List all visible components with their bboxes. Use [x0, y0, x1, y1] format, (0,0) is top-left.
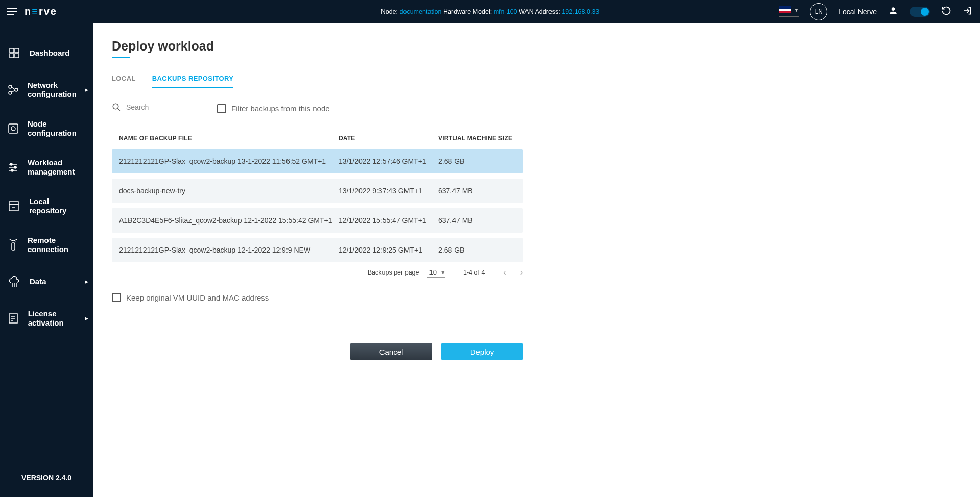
sidebar-item-label: Dashboard: [30, 48, 69, 58]
tab-backups-repository[interactable]: BACKUPS REPOSITORY: [152, 74, 234, 88]
theme-toggle[interactable]: [910, 7, 930, 17]
search-input[interactable]: [126, 103, 203, 111]
brand-logo: n≡rve: [25, 6, 57, 17]
filter-node-checkbox[interactable]: Filter backups from this node: [217, 104, 330, 113]
search-icon: [112, 103, 121, 112]
sidebar-item-license[interactable]: License activation ▶: [0, 299, 93, 338]
checkbox-label: Filter backups from this node: [231, 104, 330, 113]
cell-date: 12/1/2022 15:55:47 GMT+1: [339, 216, 438, 225]
cell-size: 2.68 GB: [438, 157, 530, 165]
svg-point-28: [113, 104, 118, 109]
svg-line-7: [12, 87, 15, 89]
cell-size: 637.47 MB: [438, 216, 530, 225]
sliders-icon: [7, 160, 19, 175]
cell-size: 637.47 MB: [438, 187, 530, 195]
svg-rect-20: [12, 243, 15, 250]
deploy-button[interactable]: Deploy: [441, 343, 523, 360]
menu-toggle-icon[interactable]: [7, 8, 17, 15]
table-row[interactable]: docs-backup-new-try13/1/2022 9:37:43 GMT…: [112, 179, 523, 203]
table-row[interactable]: A1B2C3D4E5F6-Slitaz_qcow2-backup 12-1-20…: [112, 208, 523, 233]
col-name: NAME OF BACKUP FILE: [119, 135, 339, 142]
checkbox-box: [217, 104, 226, 113]
page-range: 1-4 of 4: [463, 269, 485, 276]
tab-local[interactable]: LOCAL: [112, 74, 136, 88]
sidebar-item-label: Local repository: [29, 197, 86, 215]
sidebar-item-local-repo[interactable]: Local repository: [0, 187, 93, 226]
svg-line-8: [12, 90, 15, 92]
main-content: Deploy workload LOCAL BACKUPS REPOSITORY…: [93, 23, 980, 497]
cell-name: A1B2C3D4E5F6-Slitaz_qcow2-backup 12-1-20…: [119, 216, 339, 225]
license-icon: [7, 311, 20, 326]
archive-icon: [7, 199, 21, 213]
sidebar-item-label: Remote connection: [28, 236, 86, 254]
per-page-select[interactable]: 10: [427, 267, 444, 278]
reboot-icon[interactable]: [941, 6, 951, 17]
col-date: DATE: [339, 135, 438, 142]
user-icon[interactable]: [888, 6, 898, 17]
node-info: Node: documentation Hardware Model: mfn-…: [381, 8, 600, 15]
search-input-wrap: [112, 103, 203, 114]
chevron-right-icon: ▶: [85, 316, 88, 321]
svg-rect-1: [15, 48, 19, 53]
sidebar-item-data[interactable]: Data ▶: [0, 264, 93, 299]
dashboard-icon: [7, 46, 21, 60]
cell-date: 13/1/2022 9:37:43 GMT+1: [339, 187, 438, 195]
cloud-data-icon: [7, 275, 21, 289]
sidebar-item-label: Network configuration: [28, 81, 86, 99]
topbar: n≡rve Node: documentation Hardware Model…: [0, 0, 980, 23]
per-page-label: Backups per page: [368, 269, 419, 276]
cancel-button[interactable]: Cancel: [350, 343, 432, 360]
sidebar-item-network[interactable]: Network configuration ▶: [0, 70, 93, 109]
backups-table: NAME OF BACKUP FILE DATE VIRTUAL MACHINE…: [112, 135, 523, 262]
col-size: VIRTUAL MACHINE SIZE: [438, 135, 530, 142]
language-selector[interactable]: ▼: [779, 6, 799, 17]
title-underline: [112, 57, 130, 58]
sidebar-item-workload[interactable]: Workload management: [0, 148, 93, 187]
network-icon: [7, 83, 19, 97]
cell-date: 13/1/2022 12:57:46 GMT+1: [339, 157, 438, 165]
sidebar-item-label: Data: [30, 277, 46, 286]
svg-point-14: [10, 163, 12, 165]
pagination: Backups per page 10 1-4 of 4 ‹ ›: [112, 267, 523, 278]
user-badge[interactable]: LN: [810, 3, 827, 20]
sidebar: Dashboard Network configuration ▶ Node c…: [0, 23, 93, 497]
svg-rect-0: [10, 48, 14, 53]
cell-name: 2121212121GP-Slax_qcow2-backup 13-1-2022…: [119, 157, 339, 165]
version-label: VERSION 2.4.0: [0, 461, 93, 497]
flag-icon: [779, 6, 791, 13]
chevron-right-icon: ▶: [85, 87, 88, 92]
sidebar-item-node-config[interactable]: Node configuration: [0, 109, 93, 148]
next-page-icon[interactable]: ›: [520, 268, 523, 277]
sidebar-item-dashboard[interactable]: Dashboard: [0, 36, 93, 70]
sidebar-item-remote[interactable]: Remote connection: [0, 226, 93, 264]
keep-uuid-checkbox[interactable]: Keep original VM UUID and MAC address: [112, 293, 962, 302]
gear-icon: [7, 121, 19, 136]
cell-size: 2.68 GB: [438, 246, 530, 254]
checkbox-label: Keep original VM UUID and MAC address: [126, 293, 269, 302]
logout-icon[interactable]: [963, 6, 973, 17]
local-nerve-label: Local Nerve: [839, 8, 877, 16]
svg-point-10: [11, 127, 15, 131]
svg-point-16: [11, 169, 13, 171]
checkbox-box: [112, 293, 121, 302]
svg-rect-3: [15, 54, 19, 58]
table-row[interactable]: 2121212121GP-Slax_qcow2-backup 12-1-2022…: [112, 238, 523, 262]
svg-point-15: [14, 166, 16, 168]
remote-icon: [7, 238, 19, 252]
table-row[interactable]: 2121212121GP-Slax_qcow2-backup 13-1-2022…: [112, 149, 523, 173]
cell-date: 12/1/2022 12:9:25 GMT+1: [339, 246, 438, 254]
chevron-down-icon: ▼: [794, 7, 799, 13]
table-header: NAME OF BACKUP FILE DATE VIRTUAL MACHINE…: [112, 135, 523, 149]
svg-point-4: [9, 85, 12, 88]
chevron-right-icon: ▶: [85, 279, 88, 284]
tabs: LOCAL BACKUPS REPOSITORY: [112, 74, 962, 88]
page-title: Deploy workload: [112, 39, 962, 54]
prev-page-icon[interactable]: ‹: [503, 268, 506, 277]
sidebar-item-label: Workload management: [28, 158, 86, 177]
sidebar-item-label: License activation: [28, 309, 86, 328]
svg-rect-2: [10, 54, 14, 58]
sidebar-item-label: Node configuration: [28, 119, 86, 138]
cell-name: docs-backup-new-try: [119, 187, 339, 195]
svg-line-29: [117, 108, 120, 111]
svg-point-5: [15, 88, 18, 91]
